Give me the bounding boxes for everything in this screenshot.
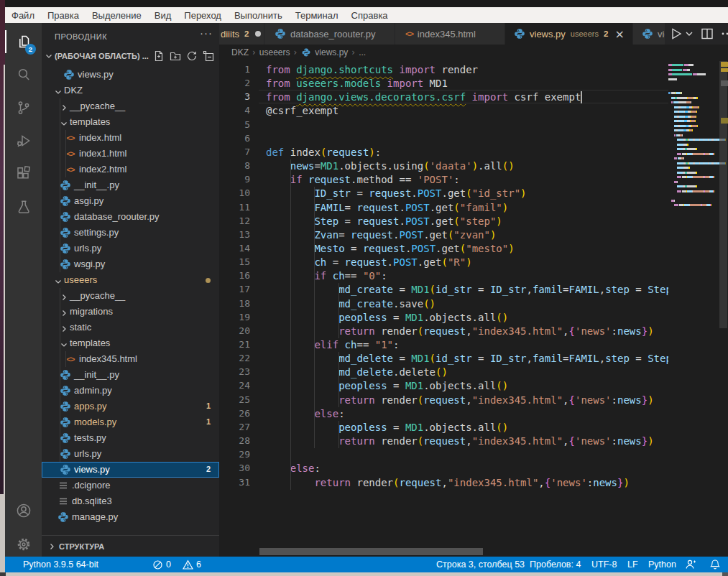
status-Python[interactable]: Python 3.9.5 64-bit [23,557,98,572]
tree-item-asgi.py[interactable]: asgi.py [42,193,219,209]
sidebar-more-actions[interactable]: ··· [200,27,213,39]
menu-Вид[interactable]: Вид [148,10,178,21]
breadcrumb-item[interactable]: DKZ [231,47,249,57]
python-file-icon [60,243,71,254]
tab-views.py[interactable]: views.pyuseeers2× [505,23,632,45]
vertical-scrollbar[interactable] [719,61,727,328]
new-file-icon[interactable] [153,50,165,62]
tree-item-urls.py[interactable]: urls.py [42,241,219,256]
python-file-icon [60,401,71,412]
tree-item-migrations[interactable]: migrations [42,304,219,320]
code-editor[interactable]: 1from django.shortcuts import render2fro… [219,63,668,523]
python-file-icon [63,69,75,80]
tree-item-useeers[interactable]: useeers [42,272,219,288]
menu-Файл[interactable]: Файл [5,10,41,21]
source-control-icon[interactable] [5,91,42,124]
tree-item-index2.html[interactable]: <>index2.html [42,162,219,177]
extensions-icon[interactable] [5,157,42,190]
tree-item-__pycache__[interactable]: __pycache__ [42,98,219,114]
tree-item-index1.html[interactable]: <>index1.html [42,146,219,162]
cursor [581,91,582,103]
warning-icon[interactable]: 6 [183,557,201,572]
tree-item-.dcignore[interactable]: .dcignore [42,478,219,493]
minimap[interactable] [668,64,719,538]
run-python-icon[interactable] [668,26,694,42]
tree-item-apps.py[interactable]: apps.py1 [42,399,219,414]
account-icon[interactable] [5,494,42,527]
python-file-icon [60,417,71,428]
tree-item-DKZ[interactable]: DKZ [42,83,219,98]
window-titlebar [0,0,728,7]
python-file-icon [60,385,71,396]
tree-item-templates[interactable]: templates [42,335,219,351]
menu-Правка[interactable]: Правка [41,10,86,21]
status-UTF-8[interactable]: UTF-8 [591,557,617,572]
bell-icon[interactable] [709,557,721,572]
more-actions-icon[interactable] [720,27,728,41]
menu-Терминал[interactable]: Терминал [289,10,345,21]
editor-area: diiits2database_roouter.py<>index345.htm… [219,23,728,557]
tab-diiits[interactable]: diiits2 [219,23,264,45]
close-icon[interactable]: × [614,27,624,41]
horizontal-scrollbar[interactable] [259,548,483,555]
modified-dot [206,278,211,283]
code-line-17: 17 md_create = MD1(id_str = ID_str,famil… [219,283,668,297]
split-editor-icon[interactable] [700,27,714,41]
refresh-icon[interactable] [186,50,198,62]
tab-database_roouter.py[interactable]: database_roouter.py [264,23,395,45]
tree-item-__pycache__[interactable]: __pycache__ [42,288,219,304]
code-line-28: 28 return render(request,"index345.html"… [219,435,668,448]
python-file-icon [60,369,71,381]
tree-item-settings.py[interactable]: settings.py [42,225,219,241]
tree-item-__init__.py[interactable]: __init__.py [42,367,219,383]
tree-item-tests.py[interactable]: tests.py [42,430,219,446]
outline-section-header[interactable]: СТРУКТУРА [42,535,219,557]
breadcrumb-item[interactable]: views.py [300,47,348,58]
files-icon[interactable]: 2 [5,25,42,58]
python-file-icon [57,511,69,523]
tab-vie[interactable]: vie [633,23,668,45]
menu-Переход[interactable]: Переход [178,10,228,21]
breadcrumb-item[interactable]: ... [359,47,366,57]
tree-item-templates[interactable]: templates [42,114,219,130]
code-line-21: 21 elif ch== "1": [219,338,668,352]
menu-Выполнить[interactable]: Выполнить [228,10,289,21]
code-line-31: 31 return render(request,"index345.html"… [219,476,668,490]
tab-index345.html[interactable]: <>index345.html [395,23,504,45]
code-line-22: 22 md_delete = MD1(id_str = ID_str,famil… [219,352,668,366]
run-debug-icon[interactable] [5,124,42,157]
menu-Справка[interactable]: Справка [345,10,395,21]
tree-item-admin.py[interactable]: admin.py [42,383,219,399]
menu-Выделение[interactable]: Выделение [86,10,148,21]
feedback-icon[interactable] [685,557,696,572]
tree-item-index.html[interactable]: <>index.html [42,130,219,146]
tree-item-db.sqlite3[interactable]: db.sqlite3 [42,493,219,509]
status-Python[interactable]: Python [648,557,676,572]
code-line-20: 20 return render(request,"index345.html"… [219,325,668,338]
bottom-corner-right [722,572,728,576]
new-folder-icon[interactable] [170,50,181,62]
tree-item-urls.py[interactable]: urls.py [42,446,219,462]
tree-item-index345.html[interactable]: <>index345.html [42,351,219,367]
tree-item-database_roouter.py[interactable]: database_roouter.py [42,209,219,225]
code-line-29: 29 [219,448,668,462]
titlebar-corner [0,0,5,7]
tree-item-static[interactable]: static [42,320,219,335]
error-icon[interactable]: 0 [152,557,171,572]
bottom-corner-left [0,572,6,576]
tree-item-__init__.py[interactable]: __init__.py [42,177,219,193]
tree-item-models.py[interactable]: models.py1 [42,414,219,430]
tree-item-views.py[interactable]: views.py2 [42,462,219,478]
collapse-icon[interactable] [203,50,214,62]
status-Пробелов:[interactable]: Пробелов: 4 [530,557,581,572]
tree-item-wsgi.py[interactable]: wsgi.py [42,256,219,272]
explorer-sidebar: ПРОВОДНИК ··· (РАБОЧАЯ ОБЛАСТЬ) ... view… [42,23,219,557]
tree-item-views.py[interactable]: views.py [42,67,219,83]
breadcrumb-item[interactable]: useeers [259,47,290,57]
testing-icon[interactable] [5,190,42,223]
status-LF[interactable]: LF [627,557,638,572]
tree-item-manage.py[interactable]: manage.py [42,509,219,525]
search-icon[interactable] [5,58,42,91]
status-Строка[interactable]: Строка 3, столбец 53 [436,557,525,572]
breadcrumb[interactable]: DKZ›useeers›views.py›... [231,45,366,60]
